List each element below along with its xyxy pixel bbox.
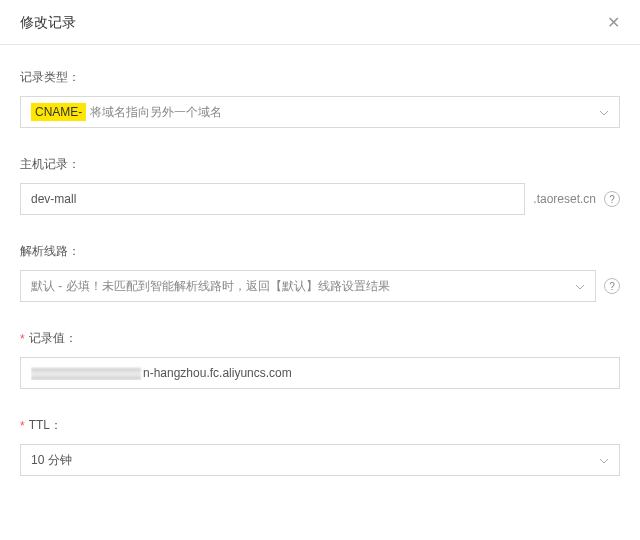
field-record-value: * 记录值： n-hangzhou.fc.aliyuncs.com (20, 330, 620, 389)
host-record-suffix: .taoreset.cn (533, 192, 596, 206)
select-record-type[interactable]: CNAME- 将域名指向另外一个域名 (20, 96, 620, 128)
field-host-record: 主机记录： dev-mall .taoreset.cn ? (20, 156, 620, 215)
help-icon[interactable]: ? (604, 278, 620, 294)
chevron-down-icon (575, 279, 585, 293)
label-host-record: 主机记录： (20, 156, 620, 173)
chevron-down-icon (599, 105, 609, 119)
field-ttl: * TTL： 10 分钟 (20, 417, 620, 476)
cname-tag: CNAME- (31, 103, 86, 121)
chevron-down-icon (599, 453, 609, 467)
required-asterisk: * (20, 419, 25, 433)
field-record-type: 记录类型： CNAME- 将域名指向另外一个域名 (20, 69, 620, 128)
help-icon[interactable]: ? (604, 191, 620, 207)
label-resolve-line: 解析线路： (20, 243, 620, 260)
input-host-record[interactable]: dev-mall (20, 183, 525, 215)
required-asterisk: * (20, 332, 25, 346)
censored-prefix (31, 368, 141, 380)
modal-content: 记录类型： CNAME- 将域名指向另外一个域名 主机记录： dev-mall … (0, 45, 640, 514)
label-ttl: * TTL： (20, 417, 620, 434)
resolve-line-placeholder: 默认 - 必填！未匹配到智能解析线路时，返回【默认】线路设置结果 (31, 278, 390, 295)
select-ttl[interactable]: 10 分钟 (20, 444, 620, 476)
record-value-text: n-hangzhou.fc.aliyuncs.com (31, 366, 609, 380)
host-record-value: dev-mall (31, 192, 514, 206)
select-resolve-line[interactable]: 默认 - 必填！未匹配到智能解析线路时，返回【默认】线路设置结果 (20, 270, 596, 302)
label-record-value: * 记录值： (20, 330, 620, 347)
input-record-value[interactable]: n-hangzhou.fc.aliyuncs.com (20, 357, 620, 389)
close-icon[interactable]: ✕ (607, 15, 620, 31)
modal-title: 修改记录 (20, 14, 76, 32)
label-record-type: 记录类型： (20, 69, 620, 86)
modal-header: 修改记录 ✕ (0, 0, 640, 45)
field-resolve-line: 解析线路： 默认 - 必填！未匹配到智能解析线路时，返回【默认】线路设置结果 ? (20, 243, 620, 302)
record-type-desc: 将域名指向另外一个域名 (90, 104, 222, 121)
ttl-value: 10 分钟 (31, 452, 72, 469)
